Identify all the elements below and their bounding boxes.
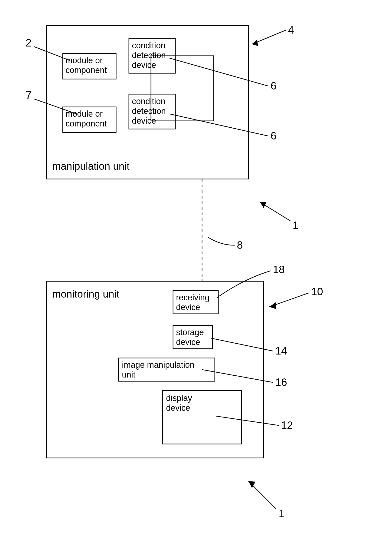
arrowhead-1a [260, 202, 267, 208]
cdd1-text: conditiondetectiondevice [132, 41, 166, 70]
manipulation-unit-label: manipulation unit [52, 160, 130, 172]
storage-text: storagedevice [176, 328, 204, 347]
callout-18: 18 [273, 263, 285, 275]
lead-6b [170, 114, 268, 136]
callout-7: 7 [25, 89, 32, 101]
callout-1a: 1 [293, 219, 299, 231]
arrowhead-4 [252, 40, 258, 46]
arrowhead-10 [270, 302, 276, 309]
monitoring-unit-label: monitoring unit [52, 288, 119, 300]
block-diagram: manipulation unit module orcomponent mod… [0, 0, 392, 540]
callout-1b: 1 [279, 507, 285, 520]
lead-8 [208, 237, 235, 245]
receiving-text: receivingdevice [176, 293, 210, 312]
display-text: displaydevice [166, 393, 192, 413]
callout-6b: 6 [270, 130, 277, 142]
lead-16 [202, 370, 273, 382]
lead-7 [34, 99, 77, 114]
lead-12 [216, 416, 279, 425]
callout-14: 14 [275, 345, 287, 357]
callout-6a: 6 [270, 80, 277, 92]
callout-10: 10 [311, 285, 323, 298]
monitoring-unit-box [46, 281, 264, 458]
callout-2: 2 [25, 37, 32, 49]
module1-line1: module orcomponent [65, 55, 107, 75]
lead-6a [170, 58, 268, 86]
callout-4: 4 [288, 24, 294, 36]
callout-16: 16 [275, 376, 287, 388]
image-manip-text: image manipulationunit [122, 360, 194, 379]
callout-8: 8 [237, 239, 243, 251]
callout-12: 12 [281, 419, 293, 431]
lead-18 [217, 271, 270, 298]
